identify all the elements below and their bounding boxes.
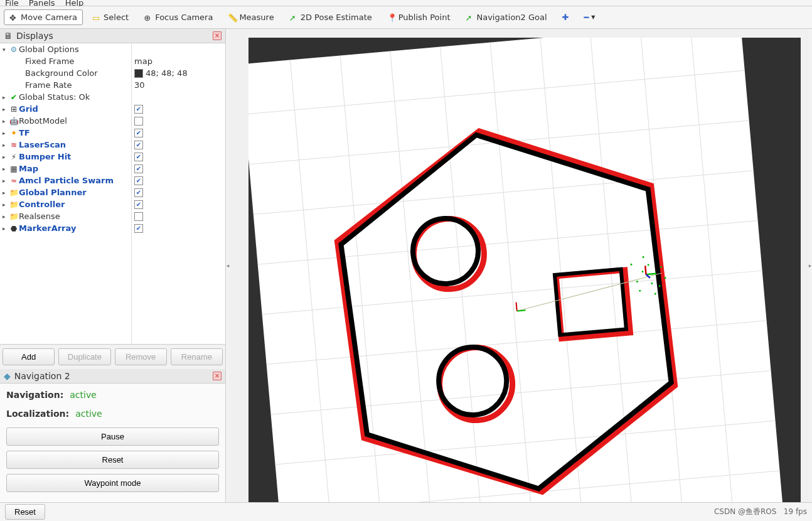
move-camera-icon: ✥ <box>9 13 18 22</box>
nav2goal-icon: ➚ <box>465 13 474 22</box>
tool-measure[interactable]: 📏 Measure <box>222 9 279 25</box>
folder-icon: 📁 <box>9 212 19 221</box>
global-status-label[interactable]: Global Status: Ok <box>19 92 90 102</box>
select-icon: ▭ <box>92 13 101 22</box>
global-options-label[interactable]: Global Options <box>19 45 79 54</box>
item-amcl[interactable]: Amcl Particle Swarm <box>19 176 114 185</box>
toolbar: ✥ Move Camera ▭ Select ⊕ Focus Camera 📏 … <box>0 6 812 29</box>
pause-button[interactable]: Pause <box>6 427 219 446</box>
folder-icon: 📁 <box>9 188 19 197</box>
close-nav2-icon[interactable]: × <box>213 372 222 380</box>
reset-button[interactable]: Reset <box>5 504 45 520</box>
amcl-icon: ≈ <box>9 176 19 185</box>
monitor-icon: 🖥 <box>4 31 13 41</box>
robot-icon: 🤖 <box>9 117 19 126</box>
fixed-frame-value[interactable]: map <box>132 55 225 67</box>
item-grid[interactable]: Grid <box>19 104 38 114</box>
menubar: File Panels Help <box>0 0 812 6</box>
nav2-title: Navigation 2 <box>14 371 70 381</box>
diamond-icon: ◆ <box>4 371 11 381</box>
checkbox-globalplanner[interactable]: ✔ <box>134 188 143 197</box>
menu-help[interactable]: Help <box>65 0 84 6</box>
add-button[interactable]: Add <box>3 348 55 365</box>
checkbox-markerarray[interactable]: ✔ <box>134 224 143 233</box>
checkbox-amcl[interactable]: ✔ <box>134 176 143 185</box>
displays-tree: ▾⚙Global Options Fixed Frame Background … <box>0 43 225 344</box>
checkbox-tf[interactable]: ✔ <box>134 129 143 137</box>
item-map[interactable]: Map <box>19 164 38 173</box>
check-ok-icon: ✔ <box>9 93 19 102</box>
plus-icon: ✚ <box>562 13 569 22</box>
gear-icon: ⚙ <box>9 45 19 54</box>
color-swatch <box>134 69 143 78</box>
item-controller[interactable]: Controller <box>19 200 65 209</box>
svg-line-42 <box>646 274 654 274</box>
checkbox-robotmodel[interactable] <box>134 117 143 126</box>
localization-status-value: active <box>75 409 102 419</box>
displays-buttons: Add Duplicate Remove Rename <box>0 344 225 369</box>
checkbox-realsense[interactable] <box>134 212 143 221</box>
displays-panel-header: 🖥 Displays × <box>0 29 225 43</box>
nav2-panel-header: ◆ Navigation 2 × <box>0 369 225 384</box>
tool-focus-camera[interactable]: ⊕ Focus Camera <box>138 9 218 25</box>
item-laserscan[interactable]: LaserScan <box>19 140 66 149</box>
tool-remove[interactable]: ━▼ <box>579 9 601 25</box>
remove-button[interactable]: Remove <box>115 348 167 365</box>
checkbox-laserscan[interactable]: ✔ <box>134 141 143 149</box>
item-markerarray[interactable]: MarkerArray <box>19 223 76 233</box>
close-displays-icon[interactable]: × <box>213 31 222 40</box>
folder-icon: 📁 <box>9 200 19 209</box>
item-tf[interactable]: TF <box>19 128 30 137</box>
item-globalplanner[interactable]: Global Planner <box>19 188 87 197</box>
checkbox-controller[interactable]: ✔ <box>134 200 143 209</box>
tool-nav2-goal[interactable]: ➚ Navigation2 Goal <box>459 9 552 25</box>
minus-icon: ━ <box>584 13 589 22</box>
localization-status-label: Localization: <box>6 409 69 419</box>
svg-line-43 <box>645 266 646 274</box>
tool-add[interactable]: ✚ <box>557 9 575 25</box>
duplicate-button[interactable]: Duplicate <box>58 348 110 365</box>
tool-publish-point[interactable]: 📍 Publish Point <box>382 9 456 25</box>
svg-line-28 <box>517 310 526 311</box>
svg-rect-0 <box>248 38 784 502</box>
item-realsense[interactable]: Realsense <box>19 212 60 221</box>
tool-2d-pose[interactable]: ➚ 2D Pose Estimate <box>284 9 378 25</box>
laser-icon: ≋ <box>9 141 19 149</box>
waypoint-mode-button[interactable]: Waypoint mode <box>6 474 219 492</box>
grid-icon: ⊞ <box>9 105 19 114</box>
measure-icon: 📏 <box>228 13 237 22</box>
pin-icon: 📍 <box>387 13 396 22</box>
checkbox-grid[interactable]: ✔ <box>134 105 143 114</box>
frame-rate-label[interactable]: Frame Rate <box>25 80 72 90</box>
svg-line-29 <box>516 302 517 311</box>
menu-panels[interactable]: Panels <box>29 0 55 6</box>
right-splitter[interactable]: ▸ <box>808 29 812 502</box>
nav2-reset-button[interactable]: Reset <box>6 451 219 469</box>
left-panel: 🖥 Displays × ▾⚙Global Options Fixed Fram… <box>0 29 226 502</box>
bg-color-value[interactable]: 48; 48; 48 <box>132 67 225 79</box>
item-robotmodel[interactable]: RobotModel <box>19 116 67 126</box>
bumper-icon: ⚡ <box>9 153 19 161</box>
displays-title: Displays <box>16 31 53 41</box>
item-bumperhit[interactable]: Bumper Hit <box>19 152 71 161</box>
focus-icon: ⊕ <box>144 13 152 22</box>
tool-select[interactable]: ▭ Select <box>87 9 134 25</box>
rename-button[interactable]: Rename <box>171 348 223 365</box>
tf-icon: ✦ <box>9 129 19 137</box>
fps-text: 19 fps <box>784 507 807 516</box>
menu-file[interactable]: File <box>5 0 19 6</box>
map-icon: ▦ <box>9 164 19 173</box>
marker-icon: ⬣ <box>9 224 19 233</box>
navigation-status-value: active <box>70 390 97 400</box>
watermark-text: CSDN @鱼香ROS <box>714 507 776 516</box>
checkbox-bumperhit[interactable]: ✔ <box>134 153 143 161</box>
nav2-panel: Navigation:active Localization:active Pa… <box>0 384 225 502</box>
pose-icon: ➚ <box>289 13 298 22</box>
frame-rate-value[interactable]: 30 <box>132 79 225 91</box>
fixed-frame-label[interactable]: Fixed Frame <box>25 56 74 66</box>
3d-viewport[interactable] <box>230 29 808 502</box>
checkbox-map[interactable]: ✔ <box>134 164 143 173</box>
tool-move-camera[interactable]: ✥ Move Camera <box>4 9 83 25</box>
navigation-status-label: Navigation: <box>6 390 63 400</box>
bg-color-label[interactable]: Background Color <box>25 68 98 78</box>
